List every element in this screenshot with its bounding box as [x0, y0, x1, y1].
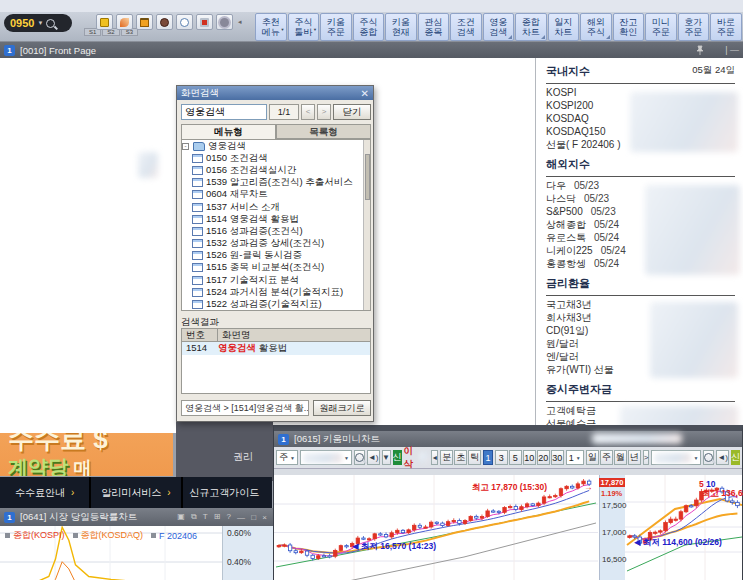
tick-combo[interactable]: 1▼ — [566, 450, 584, 465]
minute-button[interactable]: 10 — [523, 450, 536, 465]
blurred-values — [650, 302, 738, 378]
minimize-icon[interactable]: | — — [725, 45, 739, 55]
toolbar-button[interactable]: 키움주문 — [320, 13, 352, 41]
collapse-box-icon[interactable]: - — [182, 143, 189, 150]
window-0615-titlebar[interactable]: 1 [0615] 키움미니차트 — [274, 431, 742, 447]
toolbar-button[interactable]: 키움현재 — [385, 13, 417, 41]
tree-item[interactable]: 1537 서비스 소개 — [182, 201, 370, 213]
screen-code[interactable]: 0950 — [10, 17, 34, 29]
search-icon[interactable] — [354, 450, 365, 465]
nav-item[interactable]: 알리미서비스› — [91, 477, 180, 508]
period-combo[interactable]: 주▼ — [276, 450, 298, 465]
speaker-icon[interactable]: ◄) — [367, 450, 380, 465]
more-button[interactable]: > — [643, 450, 650, 465]
screen-icon — [192, 154, 203, 163]
minute-button[interactable]: 30 — [551, 450, 564, 465]
stock-code-combo-2[interactable]: ▼ — [651, 450, 701, 465]
original-size-button[interactable]: 원래크기로 — [313, 400, 371, 416]
monitor-icon[interactable] — [196, 14, 213, 30]
period-tabs: 분초틱 — [440, 450, 481, 465]
lock-icon[interactable] — [136, 14, 153, 30]
tree-item[interactable]: 1515 종목 비교분석(조건식) — [182, 262, 370, 274]
camera-icon[interactable] — [156, 14, 173, 30]
left-arrow-icon[interactable]: ◂ — [431, 450, 438, 465]
tree-item[interactable]: 1524 과거시점 분석(기술적지표) — [182, 286, 370, 298]
brush-icon[interactable] — [116, 14, 133, 30]
tree-item[interactable]: 1516 성과검증(조건식) — [182, 225, 370, 237]
table-row[interactable]: 1514영웅검색 활용법 — [182, 342, 370, 355]
screen-icon — [192, 203, 203, 212]
tab-menu-type[interactable]: 메뉴형 — [181, 124, 276, 139]
unit-buttons: 일주월년 — [586, 450, 641, 465]
unit-button[interactable]: 주 — [600, 450, 613, 465]
stock-code-combo[interactable]: ▼ — [300, 450, 352, 465]
chevron-down-icon[interactable]: ▼ — [37, 20, 43, 26]
tree-item[interactable]: 0156 조건검색실시간 — [182, 164, 370, 176]
screen-icon — [192, 300, 203, 309]
period-tab[interactable]: 틱 — [468, 450, 481, 465]
minute-1-button[interactable]: 1 — [483, 450, 493, 465]
scrollbar-thumb[interactable] — [365, 154, 370, 200]
tab-list-type[interactable]: 목록형 — [276, 124, 371, 139]
window-tool-icons[interactable]: ▣ ⧉ T ⊞ ? — [177, 512, 233, 522]
search-icon[interactable] — [703, 450, 714, 465]
chevron-down-icon[interactable]: ▼ — [382, 450, 391, 465]
unit-button[interactable]: 년 — [628, 450, 641, 465]
toolbar-button[interactable]: 미니주문 — [645, 13, 677, 41]
pin-icon[interactable] — [695, 45, 705, 55]
percent-axis: 0.60% 0.40% — [222, 526, 273, 580]
toolbar-button[interactable]: 영웅검색 — [483, 13, 515, 41]
toolbar-button[interactable]: 종합차트 — [515, 13, 547, 41]
toolbar-icons: ◂ — [96, 14, 242, 30]
window-0010-titlebar[interactable]: 1 [0010] Front Page | — — [0, 42, 743, 58]
collapse-arrow-icon[interactable]: ◂ — [238, 18, 242, 26]
toolbar-button[interactable]: 추천메뉴 — [255, 13, 287, 41]
clock-icon[interactable] — [176, 14, 193, 30]
tree-item[interactable]: 1514 영웅검색 활용법 — [182, 213, 370, 225]
tree-item[interactable]: 0150 조건검색 — [182, 152, 370, 164]
nav-item[interactable]: 신규고객가이드 — [183, 477, 272, 508]
period-tab[interactable]: 초 — [454, 450, 467, 465]
toolbar-button[interactable]: 일지차트 — [548, 13, 580, 41]
window-0641-titlebar[interactable]: 1 [0641] 시장 당일등락률차트 ▣ ⧉ T ⊞ ? — □ × — [0, 508, 273, 526]
screen-code-input[interactable]: 0950 ▼ — [4, 14, 72, 32]
minute-button[interactable]: 20 — [537, 450, 550, 465]
minute-button[interactable]: 5 — [509, 450, 522, 465]
tree-folder[interactable]: -영웅검색 — [182, 140, 370, 152]
tree-item[interactable]: 1522 성과검증(기술적지표) — [182, 298, 370, 310]
window-0641-title: [0641] 시장 당일등락률차트 — [20, 511, 137, 524]
toolbar-button[interactable]: 바로주문 — [710, 13, 742, 41]
main-toolbar: 0950 ▼ S1S2S3 ◂ 추천메뉴주식툴바키움주문주식종합키움현재관심종목… — [0, 12, 743, 42]
toolbar-button[interactable]: 주식종합 — [353, 13, 385, 41]
dialog-titlebar[interactable]: 화면검색✕ — [177, 86, 373, 100]
window-0615-minichart: 1 [0615] 키움미니차트 주▼ ▼ ◄) ▼ 신 이삭 ◂ 분초틱 1 3… — [273, 425, 743, 580]
unit-button[interactable]: 월 — [614, 450, 627, 465]
toolbar-button[interactable]: 해외주식 — [580, 13, 612, 41]
close-button[interactable]: 닫기 — [333, 104, 371, 120]
tree-item[interactable]: 1539 알고리즘(조건식) 추출서비스 — [182, 177, 370, 189]
next-button[interactable]: > — [317, 104, 331, 120]
toolbar-button[interactable]: 잔고확인 — [613, 13, 645, 41]
tree-item[interactable]: 1532 성과검증 상세(조건식) — [182, 238, 370, 250]
prev-button[interactable]: < — [301, 104, 315, 120]
toolbar-button[interactable]: 관심종목 — [418, 13, 450, 41]
tree-item[interactable]: 1526 원-클릭 동시검증 — [182, 250, 370, 262]
search-icon[interactable] — [46, 19, 55, 28]
unit-button[interactable]: 일 — [586, 450, 599, 465]
tree-item[interactable]: 0604 재무차트 — [182, 189, 370, 201]
tree-item[interactable]: 1517 기술적지표 분석 — [182, 274, 370, 286]
minute-button[interactable]: 3 — [495, 450, 508, 465]
result-table: 번호화면명 1514영웅검색 활용법 — [181, 328, 371, 394]
speaker-icon[interactable]: ◄) — [716, 450, 729, 465]
toolbar-button[interactable]: 주식툴바 — [288, 13, 320, 41]
search-input[interactable] — [181, 104, 267, 120]
window-controls[interactable]: — □ × — [237, 513, 269, 522]
close-icon[interactable]: ✕ — [361, 88, 369, 99]
toolbar-button[interactable]: 호가주문 — [678, 13, 710, 41]
gear-icon[interactable] — [216, 14, 233, 30]
tree-scrollbar[interactable] — [363, 140, 370, 310]
save-icon[interactable] — [96, 14, 113, 30]
nav-item[interactable]: 수수료안내› — [0, 477, 89, 508]
period-tab[interactable]: 분 — [440, 450, 453, 465]
toolbar-button[interactable]: 조건검색 — [450, 13, 482, 41]
